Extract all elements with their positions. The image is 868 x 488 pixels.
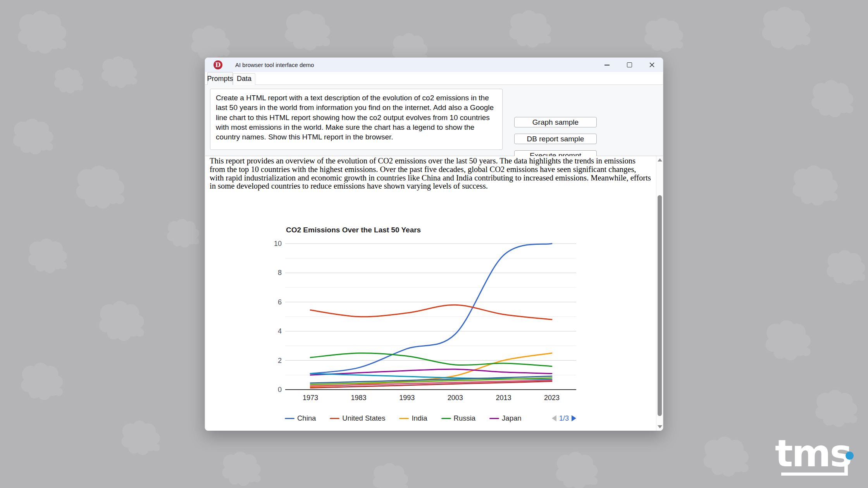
x-tick-label: 1973: [303, 394, 318, 402]
brain-watermark-icon: [191, 26, 230, 60]
graph-sample-button[interactable]: Graph sample: [514, 117, 597, 127]
maximize-icon: [627, 62, 632, 67]
legend-prev-icon[interactable]: [552, 415, 556, 421]
x-tick-label: 2003: [448, 394, 463, 402]
tab-bar: Prompts Data: [205, 72, 663, 85]
legend-pager: 1/3: [552, 414, 576, 423]
scroll-up-icon[interactable]: [658, 158, 662, 162]
brain-watermark-icon: [827, 250, 865, 285]
chart-grid: [285, 244, 576, 390]
titlebar[interactable]: D AI browser tool interface demo: [205, 58, 663, 72]
legend-swatch: [441, 418, 451, 419]
tab-data[interactable]: Data: [233, 73, 255, 85]
tab-prompts[interactable]: Prompts: [207, 72, 233, 85]
legend-label: Japan: [502, 414, 521, 423]
chart-line-russia: [310, 353, 552, 366]
browser-scrollbar[interactable]: [656, 156, 663, 431]
brain-watermark-icon: [102, 57, 137, 88]
brain-watermark-icon: [18, 11, 67, 54]
y-tick-label: 2: [278, 357, 282, 364]
window-title: AI browser tool interface demo: [235, 58, 314, 72]
y-tick-label: 6: [278, 298, 282, 306]
x-tick-label: 1983: [351, 394, 367, 402]
brain-watermark-icon: [222, 452, 261, 486]
maximize-button[interactable]: [618, 58, 641, 72]
brain-watermark-icon: [285, 10, 330, 51]
chart-line-united-states: [310, 305, 552, 320]
brain-watermark-icon: [644, 18, 683, 52]
legend-item-india: India: [399, 414, 427, 423]
brain-watermark-icon: [811, 80, 853, 117]
legend-swatch: [489, 418, 499, 419]
scroll-thumb[interactable]: [658, 195, 662, 416]
browser-view: This report provides an overview of the …: [205, 156, 663, 431]
legend-swatch: [285, 418, 294, 419]
y-tick-label: 0: [278, 386, 282, 393]
prompt-memo[interactable]: Create a HTML report with a text descrip…: [210, 89, 503, 150]
app-icon: D: [214, 60, 222, 69]
y-tick-label: 10: [274, 240, 282, 247]
legend-item-china: China: [285, 414, 316, 423]
scroll-down-icon[interactable]: [658, 425, 662, 428]
legend-item-russia: Russia: [441, 414, 476, 423]
brain-watermark-icon: [373, 463, 408, 488]
chart-lines: [310, 244, 552, 388]
legend-label: China: [297, 414, 316, 423]
brain-watermark-icon: [703, 436, 748, 477]
legend-swatch: [399, 418, 409, 419]
prompt-tab-page: Create a HTML report with a text descrip…: [205, 85, 663, 156]
brain-watermark-icon: [792, 165, 837, 206]
brain-watermark-icon: [54, 68, 83, 94]
x-tick-label: 2023: [544, 394, 560, 402]
brain-watermark-icon: [765, 320, 810, 361]
brain-watermark-icon: [556, 452, 598, 488]
legend-label: United States: [342, 414, 385, 423]
legend-swatch: [330, 418, 339, 419]
brain-watermark-icon: [509, 10, 551, 48]
db-report-sample-button[interactable]: DB report sample: [514, 134, 597, 144]
x-tick-label: 1993: [399, 394, 415, 402]
brain-watermark-icon: [13, 119, 53, 155]
minimize-icon: [604, 65, 610, 65]
tms-logo-dot-icon: [846, 452, 854, 460]
app-window: D AI browser tool interface demo Prompts…: [205, 57, 663, 431]
brain-watermark-icon: [28, 239, 67, 273]
tms-logo-bracket: [781, 463, 848, 476]
legend-next-icon[interactable]: [572, 415, 576, 421]
brain-watermark-icon: [167, 219, 199, 247]
brain-watermark-icon: [99, 301, 144, 341]
brain-watermark-icon: [21, 363, 63, 400]
brain-watermark-icon: [121, 421, 160, 455]
legend-page-label: 1/3: [559, 414, 569, 423]
legend-label: Russia: [454, 414, 476, 423]
co2-chart: CO2 Emissions Over the Last 50 Years 024…: [268, 222, 582, 406]
minimize-button[interactable]: [596, 58, 618, 72]
close-icon: [649, 62, 654, 67]
brain-watermark-icon: [815, 390, 857, 427]
close-button[interactable]: [641, 58, 663, 72]
report-paragraph: This report provides an overview of the …: [210, 157, 651, 191]
y-tick-label: 4: [278, 327, 282, 335]
chart-legend: ChinaUnited StatesIndiaRussiaJapan 1/3: [285, 413, 576, 423]
tms-logo: tms: [771, 435, 860, 481]
legend-label: India: [412, 414, 427, 423]
brain-watermark-icon: [762, 7, 811, 50]
legend-item-united-states: United States: [330, 414, 385, 423]
brain-watermark-icon: [76, 166, 125, 209]
legend-item-japan: Japan: [489, 414, 521, 423]
y-tick-label: 8: [278, 269, 282, 277]
chart-title: CO2 Emissions Over the Last 50 Years: [286, 226, 421, 234]
x-tick-label: 2013: [496, 394, 511, 402]
